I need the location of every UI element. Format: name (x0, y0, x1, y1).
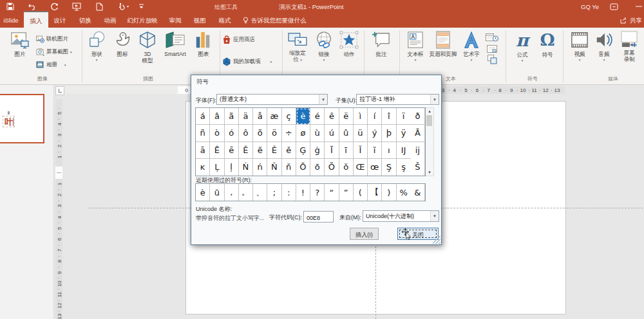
vertical-ruler[interactable]: 1234512345678910111213 (55, 99, 62, 319)
subset-combobox[interactable]: 拉丁语-1 增补 ▼ (356, 94, 439, 105)
text-box-button[interactable]: 文本框 ▾ (403, 31, 428, 62)
symbol-cell[interactable]: Ş (382, 159, 396, 176)
symbol-cell[interactable]: ĕ (253, 142, 267, 159)
comment-button[interactable]: 批注 (368, 31, 394, 57)
redo-icon[interactable] (49, 1, 59, 12)
font-combobox[interactable]: (普通文本) ▼ (216, 94, 328, 105)
app-store-button[interactable]: 应用商店 (222, 35, 255, 44)
symbol-cell[interactable]: ç (282, 108, 296, 125)
icons-button[interactable]: 图标 (111, 31, 134, 57)
recent-symbol-cell[interactable]: 、 (253, 184, 267, 201)
symbol-cell[interactable]: Œ (354, 159, 368, 176)
recent-symbol-cell[interactable]: : (282, 184, 296, 201)
symbol-cell[interactable]: ġ (310, 142, 325, 159)
symbol-cell[interactable]: ň (282, 159, 296, 176)
my-addins-button[interactable]: 我的加载项 ▾ (222, 57, 272, 66)
symbol-cell[interactable]: ļ (225, 159, 239, 176)
symbol-cell[interactable]: Ģ (296, 142, 310, 159)
symbol-cell[interactable]: ã (225, 108, 239, 125)
font-dropdown-icon[interactable]: ▼ (319, 95, 327, 104)
symbol-cell[interactable]: ñ (196, 125, 210, 141)
subset-dropdown-icon[interactable]: ▼ (430, 95, 439, 104)
symbol-cell[interactable]: Ļ (210, 159, 224, 176)
minimize-icon[interactable] (634, 1, 644, 12)
symbol-cell[interactable]: ê (325, 108, 339, 125)
touch-mouse-mode-icon[interactable] (116, 1, 126, 12)
symbol-cell[interactable]: ĭ (368, 142, 382, 159)
symbol-cell[interactable]: ş (397, 159, 411, 176)
smartart-button[interactable]: SmartArt (159, 31, 191, 57)
recent-symbol-cell[interactable]: è (196, 184, 210, 201)
symbol-cell[interactable]: ā (196, 142, 210, 159)
symbol-cell[interactable]: á (196, 108, 210, 125)
tab-insert[interactable]: 插入 (24, 11, 48, 28)
recent-symbol-cell[interactable]: ( (354, 184, 368, 201)
symbol-cell[interactable]: ü (354, 125, 368, 141)
symbol-cell[interactable]: œ (368, 159, 382, 176)
symbol-cell[interactable]: æ (267, 108, 281, 125)
symbol-cell[interactable]: ÷ (282, 125, 296, 141)
from-combobox[interactable]: Unicode(十六进制) ▼ (363, 210, 439, 222)
symbol-cell[interactable]: ä (239, 108, 253, 125)
symbol-cell[interactable]: í (368, 108, 382, 125)
symbol-cell[interactable]: ÿ (397, 125, 411, 141)
object-button[interactable] (488, 55, 497, 67)
new-file-icon[interactable] (94, 1, 104, 12)
symbol-cell[interactable]: ì (354, 108, 368, 125)
symbol-cell[interactable]: å (253, 108, 267, 125)
tab-animations[interactable]: 动画 (102, 13, 118, 28)
recent-symbol-cell[interactable]: ū (210, 184, 224, 201)
wordart-button[interactable]: 艺术字 ▾ (459, 31, 484, 62)
symbol-cell[interactable]: û (339, 125, 354, 141)
symbol-cell[interactable]: é (310, 108, 325, 125)
symbol-cell[interactable]: Ĳ (397, 142, 411, 159)
ribbon-display-options-icon[interactable] (609, 1, 619, 12)
equation-button[interactable]: π 公式 ▾ (510, 31, 535, 62)
from-dropdown-icon[interactable]: ▼ (430, 211, 439, 221)
symbol-cell[interactable]: î (382, 108, 396, 125)
symbol-cell[interactable]: ō (310, 159, 325, 176)
recent-symbol-cell[interactable]: ? (310, 184, 325, 201)
symbol-cell[interactable]: ï (397, 108, 411, 125)
char-code-input[interactable] (303, 211, 334, 223)
recent-symbol-cell[interactable]: ; (267, 184, 281, 201)
chart-button[interactable]: 图表 (192, 31, 215, 57)
tab-slideshow[interactable]: 幻灯片放映 (126, 13, 159, 28)
symbol-cell[interactable]: Ē (210, 142, 224, 159)
symbol-cell[interactable]: ý (368, 125, 382, 141)
recent-symbol-cell[interactable]: ” (339, 184, 354, 201)
tell-me-box[interactable]: 告诉我您想要做什么 (243, 13, 307, 28)
symbol-cell[interactable]: ø (296, 125, 310, 141)
insert-picture-button[interactable]: 图片 (6, 31, 33, 57)
insert-button[interactable]: 插入(I) (350, 228, 379, 240)
audio-button[interactable]: 音频 ▾ (592, 31, 616, 62)
symbol-cell[interactable]: þ (382, 125, 396, 141)
symbol-cell[interactable]: Ō (296, 159, 310, 176)
symbol-button[interactable]: Ω 符号 (536, 31, 559, 58)
symbol-cell[interactable]: è (296, 108, 310, 125)
tab-islide[interactable]: iSlide (1, 13, 21, 28)
dialog-resize-grip[interactable] (433, 236, 440, 244)
symbol-cell[interactable]: ô (239, 125, 253, 141)
symbol-grid-scrollbar[interactable]: ▲ ▼ (426, 107, 434, 176)
symbol-cell[interactable]: ú (325, 125, 339, 141)
symbol-cell[interactable]: ë (339, 108, 354, 125)
tab-format[interactable]: 格式 (217, 13, 232, 28)
scrollbar-thumb[interactable] (426, 115, 432, 126)
symbol-cell[interactable]: ĸ (196, 159, 210, 176)
tab-transitions[interactable]: 切换 (77, 13, 93, 28)
customize-qat-icon[interactable] (136, 1, 146, 12)
symbol-cell[interactable]: ó (225, 125, 239, 141)
symbol-cell[interactable]: ı (382, 142, 396, 159)
undo-icon[interactable] (27, 1, 37, 12)
horizontal-ruler-left[interactable] (64, 86, 178, 94)
recent-symbol-cell[interactable]: “ (325, 184, 339, 201)
symbol-cell[interactable]: Š (411, 159, 425, 176)
tab-design[interactable]: 设计 (52, 13, 68, 28)
scroll-up-icon[interactable]: ▲ (426, 109, 433, 113)
save-icon[interactable] (5, 1, 15, 12)
symbol-cell[interactable]: Ŏ (325, 159, 339, 176)
tab-review[interactable]: 审阅 (167, 13, 183, 28)
symbol-cell[interactable]: Ě (267, 142, 281, 159)
touch-mode-dropdown-icon[interactable]: ▾ (127, 4, 129, 8)
